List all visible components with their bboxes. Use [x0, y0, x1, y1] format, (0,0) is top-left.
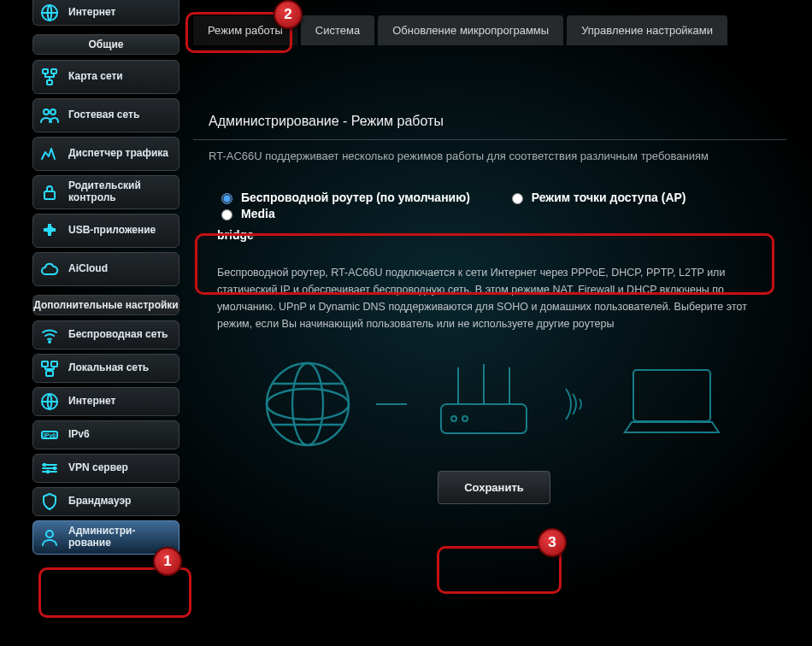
sidebar-item-ipv6[interactable]: IPv6 IPv6 — [32, 420, 179, 449]
tab-settings[interactable]: Управление настройками — [567, 15, 727, 45]
sidebar-item-label: AiCloud — [68, 263, 108, 275]
guest-network-icon — [38, 104, 61, 126]
page-subtitle: RT-AC66U поддерживает несколько режимов … — [193, 140, 795, 180]
vpn-icon — [38, 457, 61, 479]
operation-mode-radios: Беспроводной роутер (по умолчанию) Режим… — [205, 180, 786, 252]
sidebar-item-label: IPv6 — [68, 429, 90, 441]
sidebar-item-aicloud[interactable]: AiCloud — [32, 252, 179, 286]
sidebar-heading-general: Общие — [32, 34, 179, 55]
svg-rect-6 — [44, 191, 55, 199]
sidebar-item-label: VPN сервер — [68, 462, 128, 474]
wifi-waves-icon — [559, 379, 597, 430]
svg-point-7 — [49, 341, 50, 343]
svg-point-22 — [451, 416, 456, 421]
sidebar-item-wireless[interactable]: Беспроводная сеть — [32, 320, 179, 349]
svg-point-4 — [44, 109, 49, 115]
link-line-icon — [374, 396, 409, 413]
sidebar-item-label: Гостевая сеть — [68, 109, 139, 121]
shield-icon — [38, 490, 61, 513]
svg-rect-9 — [51, 361, 57, 367]
radio-media-bridge[interactable]: Media — [217, 207, 275, 220]
svg-rect-24 — [633, 370, 710, 421]
sidebar-item-label: Родительский контроль — [68, 180, 174, 204]
callout-badge-3: 3 — [538, 528, 567, 557]
svg-point-18 — [267, 363, 349, 445]
radio-media-bridge-line2: bridge — [217, 228, 774, 242]
svg-text:IPv6: IPv6 — [44, 432, 56, 438]
sidebar-heading-advanced: Дополнительные настройки — [32, 295, 179, 315]
radio-access-point[interactable]: Режим точки доступа (AP) — [508, 191, 686, 204]
sidebar-item-firewall[interactable]: Брандмауэр — [32, 487, 179, 516]
globe-icon — [38, 391, 61, 413]
lock-icon — [38, 181, 61, 203]
radio-access-point-input[interactable] — [512, 193, 523, 204]
sidebar-item-usb-app[interactable]: USB-приложение — [32, 214, 179, 248]
sidebar-item-label: USB-приложение — [68, 225, 156, 237]
sidebar-item-label: Интернет — [68, 396, 115, 408]
svg-point-5 — [50, 109, 56, 115]
admin-panel: Администрирование - Режим работы RT-AC66… — [193, 103, 795, 504]
sidebar-item-label: Карта сети — [68, 71, 123, 83]
sidebar-item-label: Администри-рование — [68, 526, 174, 549]
sidebar-item-label: Диспетчер трафика — [68, 148, 168, 160]
router-illustration-icon — [424, 357, 544, 451]
lan-icon — [38, 357, 61, 379]
puzzle-icon — [38, 220, 61, 242]
save-button[interactable]: Сохранить — [438, 471, 550, 504]
tab-firmware[interactable]: Обновление микропрограммы — [378, 15, 563, 45]
sidebar-item-label: Брандмауэр — [68, 496, 131, 508]
sidebar-item-traffic-manager[interactable]: Диспетчер трафика — [32, 137, 179, 171]
sidebar-item-lan[interactable]: Локальная сеть — [32, 354, 179, 383]
page-title: Администрирование - Режим работы — [193, 103, 786, 140]
laptop-illustration-icon — [612, 357, 732, 451]
svg-point-19 — [267, 389, 349, 420]
radio-wireless-router-input[interactable] — [221, 193, 232, 204]
sidebar-item-label: Беспроводная сеть — [68, 329, 168, 341]
radio-media-bridge-input[interactable] — [221, 209, 232, 220]
callout-badge-2: 2 — [274, 0, 303, 29]
sidebar-item-network-map[interactable]: Карта сети — [32, 60, 179, 94]
svg-point-20 — [292, 363, 323, 445]
sidebar-item-label: Локальная сеть — [68, 362, 149, 374]
sidebar-item-wan[interactable]: Интернет — [32, 387, 179, 416]
wifi-icon — [38, 324, 61, 346]
svg-point-17 — [46, 531, 53, 537]
globe-illustration-icon — [256, 353, 359, 455]
traffic-icon — [38, 143, 61, 165]
network-map-icon — [38, 66, 61, 88]
radio-label: Беспроводной роутер (по умолчанию) — [241, 191, 470, 204]
sidebar-item-vpn[interactable]: VPN сервер — [32, 454, 179, 483]
sidebar-item-parental-control[interactable]: Родительский контроль — [32, 175, 179, 209]
ipv6-icon: IPv6 — [38, 424, 61, 446]
radio-label: Media — [241, 207, 275, 220]
radio-label: Режим точки доступа (AP) — [532, 191, 686, 204]
globe-icon — [38, 2, 61, 24]
topology-illustration — [193, 353, 795, 455]
svg-point-23 — [462, 416, 468, 421]
mode-description: Беспроводной роутер, RT-AC66U подключает… — [193, 264, 795, 332]
callout-badge-1: 1 — [153, 547, 182, 576]
admin-icon — [38, 526, 61, 549]
sidebar-item-guest-network[interactable]: Гостевая сеть — [32, 98, 179, 132]
sidebar-item-internet-top[interactable]: Интернет — [32, 0, 179, 26]
svg-rect-21 — [441, 404, 527, 433]
cloud-icon — [38, 258, 61, 280]
radio-wireless-router[interactable]: Беспроводной роутер (по умолчанию) — [217, 191, 470, 204]
svg-rect-8 — [42, 361, 48, 367]
tab-system[interactable]: Система — [301, 15, 374, 45]
sidebar-item-label: Интернет — [68, 7, 115, 19]
